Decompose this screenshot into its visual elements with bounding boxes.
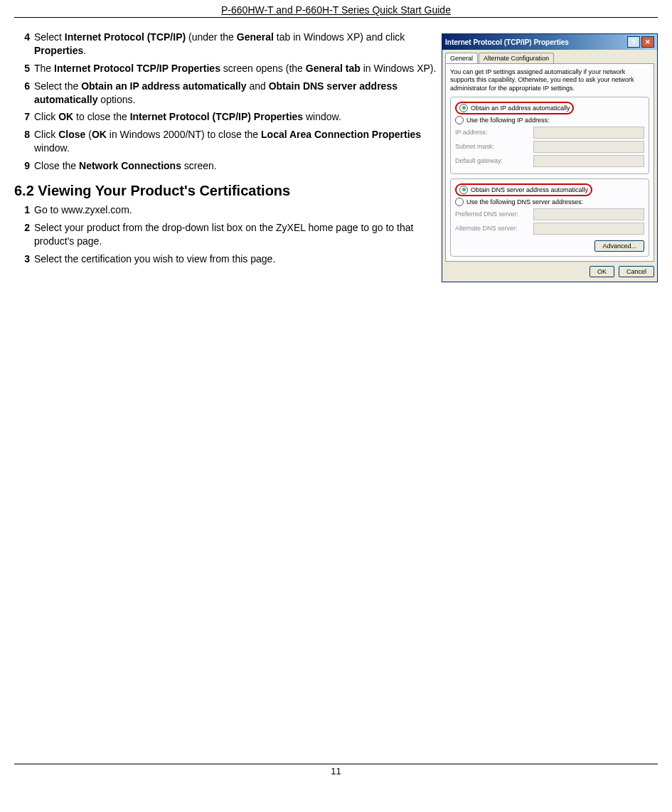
highlight-circle: Obtain an IP address automatically [455,102,574,114]
close-button[interactable]: ✕ [641,36,654,48]
step-item: 3Select the certification you wish to vi… [14,252,441,266]
page-header: P-660HW-T and P-660H-T Series Quick Star… [14,0,658,18]
step-item: 6Select the Obtain an IP address automat… [14,80,441,107]
subnet-field[interactable] [533,141,644,153]
step-number: 5 [14,62,30,75]
step-item: 5The Internet Protocol TCP/IP Properties… [14,62,441,75]
radio-static-dns[interactable] [455,198,464,206]
step-number: 9 [14,159,30,173]
step-number: 1 [14,203,30,217]
step-text: Select the certification you wish to vie… [34,252,441,266]
ok-button[interactable]: OK [590,266,614,277]
radio-obtain-dns[interactable] [459,186,468,194]
step-number: 4 [14,31,30,58]
step-text: Select the Obtain an IP address automati… [34,80,441,107]
ip-address-field[interactable] [533,127,644,139]
step-text: Select Internet Protocol (TCP/IP) (under… [34,31,441,58]
step-number: 7 [14,110,30,124]
alt-dns-field[interactable] [533,223,644,235]
radio-obtain-ip-label: Obtain an IP address automatically [471,105,570,112]
step-number: 6 [14,80,30,107]
section-heading: 6.2 Viewing Your Product's Certification… [14,183,441,199]
gateway-field[interactable] [533,155,644,167]
page-number: 11 [14,764,658,776]
tcpip-properties-dialog: Internet Protocol (TCP/IP) Properties ? … [442,33,658,282]
pref-dns-label: Preferred DNS server: [455,210,533,218]
dialog-title: Internet Protocol (TCP/IP) Properties [445,38,626,46]
step-text: Go to www.zyxel.com. [34,203,441,217]
highlight-circle: Obtain DNS server address automatically [455,183,592,196]
radio-obtain-ip[interactable] [459,104,468,112]
step-text: Close the Network Connections screen. [34,159,441,173]
step-item: 2Select your product from the drop-down … [14,221,441,248]
radio-static-dns-label: Use the following DNS server addresses: [466,198,583,205]
cancel-button[interactable]: Cancel [619,266,654,277]
ip-group: Obtain an IP address automatically Use t… [450,97,649,174]
help-button[interactable]: ? [627,36,640,48]
step-number: 8 [14,128,30,155]
step-item: 9Close the Network Connections screen. [14,159,441,173]
advanced-button[interactable]: Advanced... [594,240,644,252]
radio-static-ip[interactable] [455,116,464,124]
ip-address-label: IP address: [455,129,533,136]
step-text: Click OK to close the Internet Protocol … [34,110,441,124]
radio-obtain-dns-label: Obtain DNS server address automatically [471,186,588,193]
pref-dns-field[interactable] [533,208,644,220]
alt-dns-label: Alternate DNS server: [455,225,533,232]
step-number: 3 [14,252,30,266]
step-text: The Internet Protocol TCP/IP Properties … [34,62,441,75]
step-item: 1Go to www.zyxel.com. [14,203,441,217]
step-text: Click Close (OK in Windows 2000/NT) to c… [34,128,441,155]
dialog-description: You can get IP settings assigned automat… [450,68,649,92]
tab-alternate[interactable]: Alternate Configuration [479,53,554,63]
step-item: 8Click Close (OK in Windows 2000/NT) to … [14,128,441,155]
tab-general[interactable]: General [445,53,478,63]
step-number: 2 [14,221,30,248]
step-item: 4Select Internet Protocol (TCP/IP) (unde… [14,31,441,58]
gateway-label: Default gateway: [455,157,533,164]
step-item: 7Click OK to close the Internet Protocol… [14,110,441,124]
dns-group: Obtain DNS server address automatically … [450,178,649,257]
subnet-label: Subnet mask: [455,143,533,150]
radio-static-ip-label: Use the following IP address: [466,117,549,124]
step-text: Select your product from the drop-down l… [34,221,441,248]
dialog-titlebar: Internet Protocol (TCP/IP) Properties ? … [442,34,657,50]
